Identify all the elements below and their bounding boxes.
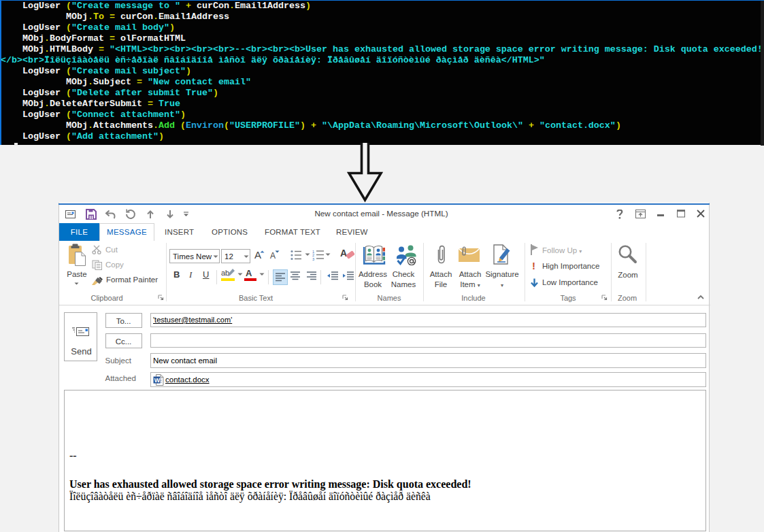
svg-text:W: W: [154, 377, 161, 384]
svg-text:3: 3: [312, 257, 314, 261]
